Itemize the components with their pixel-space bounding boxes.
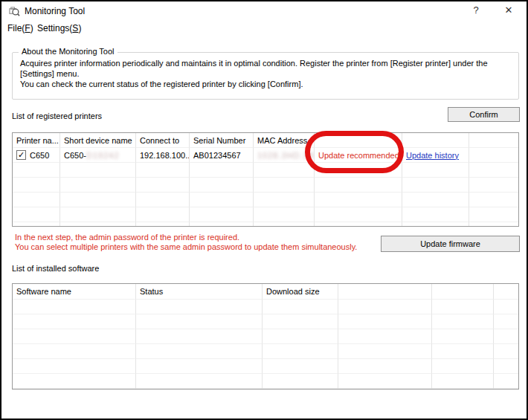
admin-password-warning: In the next step, the admin password of … [15, 233, 379, 252]
confirm-button[interactable]: Confirm [448, 107, 520, 122]
mac-address-redacted: 1028.3HD.1B2F [257, 151, 315, 160]
empty-software-row [13, 300, 518, 314]
empty-printer-row [13, 178, 518, 193]
app-magnifier-icon [9, 6, 20, 17]
empty-software-row [13, 374, 518, 389]
update-history-cell: Update history [402, 148, 469, 163]
installed-software-table: Software name Status Download size [12, 283, 519, 390]
empty-software-row [13, 344, 518, 359]
registered-printers-label: List of registered printers [12, 112, 102, 120]
empty-software-row [13, 359, 518, 374]
empty-printer-row [13, 222, 518, 227]
menu-file-label: File( [7, 23, 25, 33]
col-header-serial-number[interactable]: Serial Number [190, 133, 254, 148]
col-header-history[interactable] [402, 133, 469, 148]
update-history-link[interactable]: Update history [406, 151, 459, 160]
col-header-short-device-name[interactable]: Short device name [60, 133, 136, 148]
col-header-status[interactable] [315, 133, 402, 148]
installed-software-label: List of installed software [12, 264, 99, 273]
menu-settings-label: Settings( [37, 23, 72, 33]
printer-name: C650 [30, 151, 49, 160]
about-line2: You can check the current status of the … [20, 79, 512, 89]
col-header-extra1 [338, 284, 432, 300]
col-header-extra3 [494, 284, 518, 300]
empty-software-row [13, 329, 518, 344]
printer-checkbox[interactable]: ✓ [16, 150, 26, 160]
update-status-cell: Update recommended [315, 148, 402, 163]
col-header-download-size[interactable]: Download size [263, 284, 338, 300]
short-device-name-cell: C650-D19242 [60, 148, 136, 163]
warning-line1: In the next step, the admin password of … [15, 233, 379, 242]
software-header-row: Software name Status Download size [13, 284, 518, 300]
help-button[interactable]: ? [469, 4, 483, 18]
menu-file-label-end: ) [30, 23, 33, 33]
short-device-name-redacted: D19242 [86, 151, 120, 160]
title-bar: Monitoring Tool ? ✕ [1, 1, 527, 21]
connect-to-cell: 192.168.100... [136, 148, 190, 163]
menu-file[interactable]: File(F) [7, 23, 33, 33]
menu-settings[interactable]: Settings(S) [37, 23, 81, 33]
monitoring-tool-window: Monitoring Tool ? ✕ File(F) Settings(S) … [0, 0, 528, 420]
col-header-extra2 [432, 284, 494, 300]
window-title: Monitoring Tool [25, 6, 85, 16]
short-device-name-prefix: C650- [64, 151, 86, 160]
empty-software-row [13, 314, 518, 329]
menu-settings-label-end: ) [78, 23, 81, 33]
printer-row-c650[interactable]: ✓ C650 C650-D19242 192.168.100... AB0123… [13, 148, 518, 163]
warning-line2: You can select multiple printers with th… [15, 242, 379, 252]
close-button[interactable]: ✕ [501, 4, 516, 18]
printer-name-cell: ✓ C650 [13, 148, 60, 163]
empty-printer-row [13, 207, 518, 222]
col-header-connect-to[interactable]: Connect to [136, 133, 190, 148]
about-line1: Acquires printer information periodicall… [20, 58, 512, 79]
empty-printer-row [13, 163, 518, 178]
col-header-printer-name[interactable]: Printer na... [13, 133, 60, 148]
empty-printer-row [13, 193, 518, 207]
col-header-software-name[interactable]: Software name [13, 284, 136, 300]
about-groupbox: About the Monitoring Tool Acquires print… [12, 52, 519, 100]
col-header-extra [469, 133, 518, 148]
col-header-mac-address[interactable]: MAC Address [254, 133, 315, 148]
printers-header-row: Printer na... Short device name Connect … [13, 133, 518, 148]
mac-address-cell: 1028.3HD.1B2F [254, 148, 315, 163]
menu-file-accel: F [25, 23, 30, 33]
update-firmware-button[interactable]: Update firmware [381, 236, 520, 252]
empty-cell [469, 148, 518, 163]
serial-number-cell: AB01234567 [190, 148, 254, 163]
about-legend: About the Monitoring Tool [19, 47, 117, 56]
menu-bar: File(F) Settings(S) [1, 22, 527, 36]
col-header-software-status[interactable]: Status [136, 284, 263, 300]
about-text: Acquires printer information periodicall… [20, 58, 512, 89]
registered-printers-table: Printer na... Short device name Connect … [12, 132, 519, 227]
